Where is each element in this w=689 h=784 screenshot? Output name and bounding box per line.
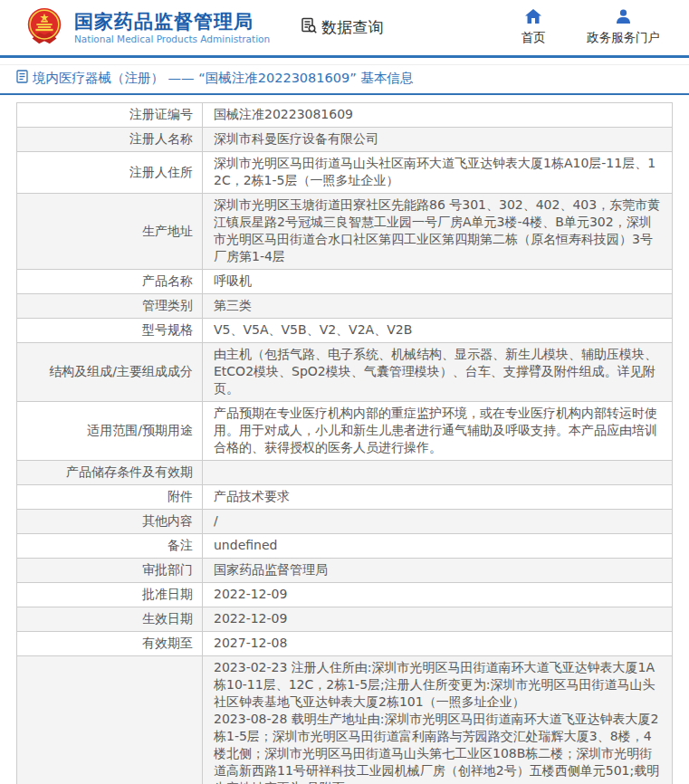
data-query-label: 数据查询 [321, 17, 383, 38]
row-label: 型号规格 [17, 319, 203, 343]
table-row: 其他内容 / [17, 510, 673, 534]
registration-info-table: 注册证编号 国械注准20223081609 注册人名称 深圳市科曼医疗设备有限公… [16, 102, 673, 784]
table-row: 结构及组成/主要组成成分 由主机（包括气路、电子系统、机械结构、显示器、新生儿模… [17, 343, 673, 402]
row-label [17, 656, 203, 784]
row-value: 深圳市科曼医疗设备有限公司 [203, 128, 673, 152]
table-row: 生产地址 深圳市光明区玉塘街道田寮社区先能路86 号301、302、402、40… [17, 194, 673, 270]
row-value: 第三类 [203, 294, 673, 319]
row-value: 国械注准20223081609 [203, 103, 673, 128]
row-label: 生产地址 [17, 194, 203, 270]
row-value: 呼吸机 [203, 270, 673, 294]
row-value: 产品预期在专业医疗机构内部的重症监护环境，或在专业医疗机构内部转运时使用。用于对… [203, 402, 673, 461]
history-entry: 2023-08-28 载明生产地址由:深圳市光明区马田街道南环大道飞亚达钟表大厦… [214, 711, 663, 784]
row-value: 2022-12-09 [203, 583, 673, 607]
table-row: 产品储存条件及有效期 [17, 461, 673, 485]
row-label: 有效期至 [17, 632, 203, 656]
brand-title: 国家药品监督管理局 [74, 11, 270, 33]
table-row: 型号规格 V5、V5A、V5B、V2、V2A、V2B [17, 319, 673, 343]
table-row: 产品名称 呼吸机 [17, 270, 673, 294]
table-row: 批准日期 2022-12-09 [17, 583, 673, 607]
row-value: 2022-12-09 [203, 607, 673, 632]
row-value: undefined [203, 534, 673, 559]
row-value: V5、V5A、V5B、V2、V2A、V2B [203, 319, 673, 343]
national-emblem-logo [24, 5, 65, 51]
table-row: 附件 产品技术要求 [17, 485, 673, 510]
table-row: 备注 undefined [17, 534, 673, 559]
breadcrumb: 境内医疗器械（注册） —— “国械注准20223081609” 基本信息 [0, 64, 689, 95]
nav-portal-label: 政务服务门户 [587, 30, 660, 46]
row-value [203, 461, 673, 485]
row-label: 备注 [17, 534, 203, 559]
row-label: 生效日期 [17, 607, 203, 632]
table-row: 注册证编号 国械注准20223081609 [17, 103, 673, 128]
data-query-tab[interactable]: 数据查询 [301, 17, 383, 38]
brand-block: 国家药品监督管理局 National Medical Products Admi… [74, 11, 270, 44]
nav-item-portal[interactable]: 政务服务门户 [587, 9, 660, 46]
table-row: 适用范围/预期用途 产品预期在专业医疗机构内部的重症监护环境，或在专业医疗机构内… [17, 402, 673, 461]
row-value: 产品技术要求 [203, 485, 673, 510]
row-label: 其他内容 [17, 510, 203, 534]
row-label: 注册人住所 [17, 152, 203, 194]
row-value: 由主机（包括气路、电子系统、机械结构、显示器、新生儿模块、辅助压模块、EtCO2… [203, 343, 673, 402]
row-label: 结构及组成/主要组成成分 [17, 343, 203, 402]
row-value: 深圳市光明区玉塘街道田寮社区先能路86 号301、302、402、403，东莞市… [203, 194, 673, 270]
table-row: 注册人住所 深圳市光明区马田街道马山头社区南环大道飞亚达钟表大厦1栋A10层-1… [17, 152, 673, 194]
row-label: 批准日期 [17, 583, 203, 607]
home-icon [525, 9, 541, 27]
table-row: 管理类别 第三类 [17, 294, 673, 319]
header-nav: 首页 政务服务门户 [514, 9, 660, 46]
data-query-icon [301, 17, 318, 38]
row-label: 产品名称 [17, 270, 203, 294]
nav-home-label: 首页 [522, 30, 546, 46]
change-history-value: 2023-02-23 注册人住所由:深圳市光明区马田街道南环大道飞亚达钟表大厦1… [203, 656, 673, 784]
row-label: 管理类别 [17, 294, 203, 319]
table-row: 生效日期 2022-12-09 [17, 607, 673, 632]
table-row-change-history: 2023-02-23 注册人住所由:深圳市光明区马田街道南环大道飞亚达钟表大厦1… [17, 656, 673, 784]
page-header: 国家药品监督管理局 National Medical Products Admi… [0, 0, 689, 58]
row-label: 注册人名称 [17, 128, 203, 152]
row-label: 产品储存条件及有效期 [17, 461, 203, 485]
row-label: 注册证编号 [17, 103, 203, 128]
table-row: 有效期至 2027-12-08 [17, 632, 673, 656]
document-icon [16, 70, 28, 87]
history-entry: 2023-02-23 注册人住所由:深圳市光明区马田街道南环大道飞亚达钟表大厦1… [214, 659, 663, 711]
brand-subtitle: National Medical Products Administration [74, 33, 270, 44]
row-label: 附件 [17, 485, 203, 510]
breadcrumb-text: 境内医疗器械（注册） —— “国械注准20223081609” 基本信息 [33, 70, 413, 87]
row-value: 深圳市光明区马田街道马山头社区南环大道飞亚达钟表大厦1栋A10层-11层、12C… [203, 152, 673, 194]
nav-item-home[interactable]: 首页 [514, 9, 552, 46]
row-value: 国家药品监督管理局 [203, 559, 673, 583]
user-icon [616, 9, 631, 27]
row-value: / [203, 510, 673, 534]
row-label: 适用范围/预期用途 [17, 402, 203, 461]
table-row: 审批部门 国家药品监督管理局 [17, 559, 673, 583]
row-label: 审批部门 [17, 559, 203, 583]
table-row: 注册人名称 深圳市科曼医疗设备有限公司 [17, 128, 673, 152]
row-value: 2027-12-08 [203, 632, 673, 656]
